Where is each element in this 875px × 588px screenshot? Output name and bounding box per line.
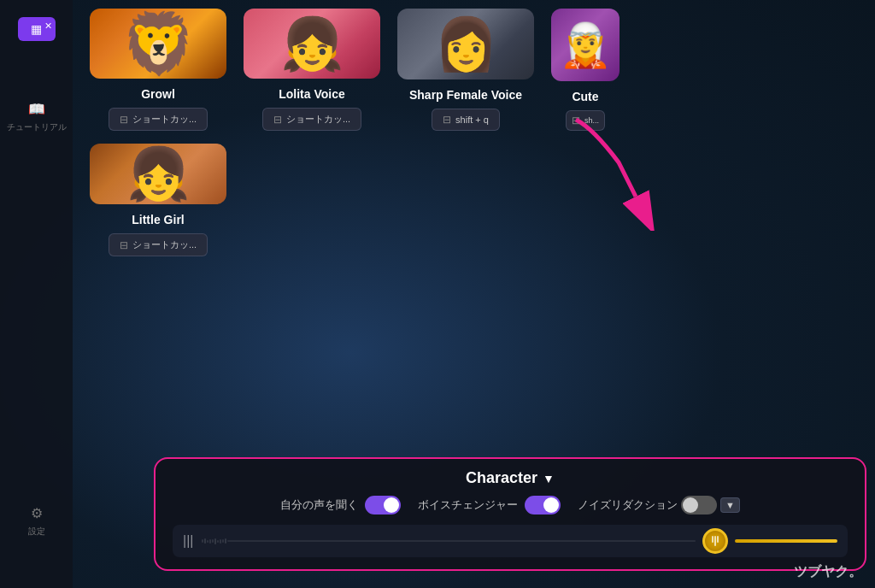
sidebar-nav-settings[interactable]: ⚙ 設定	[0, 497, 73, 545]
cute-shortcut-btn[interactable]: ⊟ sh...	[566, 110, 605, 131]
voice-card-lolita-name: Lolita Voice	[279, 87, 345, 101]
growl-shortcut-btn[interactable]: ⊟ ショートカッ...	[109, 108, 208, 131]
settings-label: 設定	[28, 526, 45, 537]
noise-reduction-group: ノイズリダクション ▼	[578, 496, 740, 514]
lolita-shortcut-label: ショートカッ...	[286, 113, 350, 126]
sidebar-top: ▦	[18, 17, 56, 41]
voice-card-lolita-image: 👧	[244, 9, 380, 79]
character-label: Character	[466, 469, 537, 487]
bottom-panel: Character ▼ 自分の声を聞く ボイスチェンジャー ノイズリダクション	[154, 457, 866, 571]
audio-bar: |||	[173, 525, 848, 557]
watermark: ツブヤク。	[794, 563, 862, 581]
shortcut-icon-little-girl: ⊟	[120, 239, 128, 251]
voice-card-growl[interactable]: 🦁 Growl ⊟ ショートカッ...	[90, 9, 226, 131]
noise-reduction-dropdown[interactable]: ▼	[720, 497, 740, 513]
voice-card-growl-image: 🦁	[90, 9, 226, 79]
character-dropdown-icon[interactable]: ▼	[543, 472, 555, 485]
noise-reduction-toggle[interactable]	[681, 496, 717, 514]
self-listen-knob	[384, 497, 399, 513]
voice-cards-row2: 👧 Little Girl ⊟ ショートカッ...	[73, 144, 875, 256]
voice-card-sharp-name: Sharp Female Voice	[409, 88, 522, 102]
little-girl-shortcut-btn[interactable]: ⊟ ショートカッ...	[109, 233, 208, 256]
voice-card-sharp-female[interactable]: 👩 Sharp Female Voice ⊟ shift + q	[397, 9, 534, 131]
bottom-panel-controls: 自分の声を聞く ボイスチェンジャー ノイズリダクション ▼	[173, 496, 848, 514]
voice-card-little-girl-name: Little Girl	[132, 213, 184, 226]
self-listen-label: 自分の声を聞く	[280, 497, 358, 513]
sharp-shortcut-label: shift + q	[455, 115, 489, 125]
voice-card-cute[interactable]: 🧝 Cute ⊟ sh...	[551, 9, 620, 131]
audio-knob-bar-2	[714, 536, 716, 546]
voice-card-sharp-image: 👩	[397, 9, 534, 79]
sidebar: ▦ 📖 チュートリアル ⚙ 設定	[0, 0, 73, 588]
waveform-track	[202, 532, 696, 550]
tutorial-label: チュートリアル	[7, 122, 67, 132]
cute-shortcut-label: sh...	[584, 116, 599, 125]
sharp-shortcut-btn[interactable]: ⊟ shift + q	[432, 109, 500, 131]
voice-card-little-girl[interactable]: 👧 Little Girl ⊟ ショートカッ...	[90, 144, 226, 256]
settings-icon: ⚙	[31, 505, 43, 521]
waveform-left-icon: |||	[183, 533, 193, 549]
shortcut-icon: ⊟	[120, 114, 128, 126]
noise-reduction-label: ノイズリダクション	[578, 497, 678, 513]
shortcut-icon-sharp: ⊟	[443, 114, 451, 126]
self-listen-group: 自分の声を聞く	[280, 496, 401, 514]
voice-changer-label: ボイスチェンジャー	[418, 497, 518, 513]
voice-card-cute-image: 🧝	[551, 9, 620, 81]
voice-card-cute-name: Cute	[572, 90, 598, 103]
voice-cards-row1: 🦁 Growl ⊟ ショートカッ... 👧 Lolita Voice ⊟ ショー…	[73, 9, 875, 131]
audio-knob-bar-3	[717, 536, 719, 543]
voice-card-growl-name: Growl	[141, 87, 175, 101]
growl-shortcut-label: ショートカッ...	[132, 113, 197, 126]
voice-changer-group: ボイスチェンジャー	[418, 496, 561, 514]
audio-tail	[735, 539, 837, 543]
audio-knob-inner	[712, 536, 719, 546]
tutorial-icon: 📖	[28, 101, 45, 117]
bottom-panel-header: Character ▼	[173, 469, 848, 487]
audio-knob-bar-1	[712, 536, 714, 543]
shortcut-icon-lolita: ⊟	[273, 114, 282, 126]
sidebar-nav-tutorial[interactable]: 📖 チュートリアル	[0, 92, 73, 141]
voice-changer-toggle[interactable]	[525, 496, 561, 514]
audio-knob[interactable]	[702, 528, 728, 554]
little-girl-shortcut-label: ショートカッ...	[132, 238, 197, 251]
noise-reduction-knob	[683, 497, 698, 513]
voice-changer-knob	[543, 497, 559, 513]
main-content: 🦁 Growl ⊟ ショートカッ... 👧 Lolita Voice ⊟ ショー…	[73, 0, 875, 588]
lolita-shortcut-btn[interactable]: ⊟ ショートカッ...	[262, 108, 361, 131]
self-listen-toggle[interactable]	[365, 496, 401, 514]
voice-card-little-girl-image: 👧	[90, 144, 226, 204]
voice-card-lolita[interactable]: 👧 Lolita Voice ⊟ ショートカッ...	[244, 9, 380, 131]
shortcut-icon-cute: ⊟	[572, 115, 580, 126]
sidebar-logo-btn[interactable]: ▦	[18, 17, 56, 41]
